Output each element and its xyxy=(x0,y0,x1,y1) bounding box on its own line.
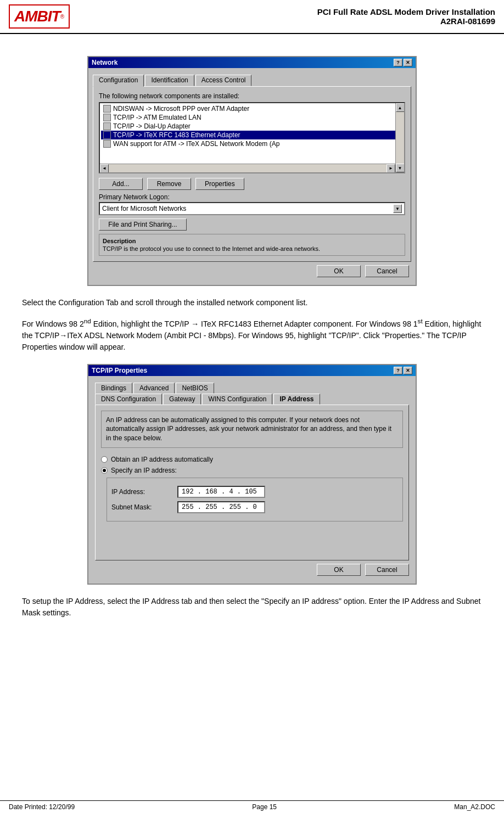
tcpip-ok-button[interactable]: OK xyxy=(317,564,361,576)
tab-identification[interactable]: Identification xyxy=(145,75,194,86)
logon-dropdown[interactable]: Client for Microsoft Networks ▼ xyxy=(99,202,405,215)
paragraph-1: Select the Configuration Tab and scroll … xyxy=(22,297,482,309)
scroll-down[interactable]: ▼ xyxy=(396,164,405,172)
tcpip-tabs-row1: Bindings Advanced NetBIOS xyxy=(93,380,411,394)
tcpip-content: An IP address can be automatically assig… xyxy=(95,405,409,560)
close-button[interactable]: ✕ xyxy=(404,59,412,66)
description-text: TCP/IP is the protocol you use to connec… xyxy=(103,245,401,252)
scroll-up[interactable]: ▲ xyxy=(396,103,405,112)
component-text: WAN support for ATM -> ITeX ADSL Network… xyxy=(113,140,279,148)
tcpip-titlebar: TCP/IP Properties ? ✕ xyxy=(88,365,416,376)
footer-page: Page 15 xyxy=(252,803,277,811)
footer-doc: Man_A2.DOC xyxy=(454,803,495,811)
paragraph-2: For Windows 98 2nd Edition, highlight th… xyxy=(22,316,482,353)
network-title: Network xyxy=(92,59,117,66)
tab-advanced[interactable]: Advanced xyxy=(133,383,175,394)
tcpip-titlebar-buttons: ? ✕ xyxy=(394,367,412,374)
logo-text: AMBIT xyxy=(14,8,60,25)
logo-area: AMBIT ® xyxy=(9,4,70,29)
network-dialog: Network ? ✕ Configuration Identification… xyxy=(87,56,417,286)
tab-access-control[interactable]: Access Control xyxy=(195,75,252,86)
component-icon xyxy=(103,122,111,130)
component-text: TCP/IP -> ITeX RFC 1483 Ethernet Adapter xyxy=(113,131,240,139)
tab-netbios[interactable]: NetBIOS xyxy=(176,383,214,394)
info-text: An IP address can be automatically assig… xyxy=(106,416,391,442)
list-item[interactable]: WAN support for ATM -> ITeX ADSL Network… xyxy=(101,139,403,148)
network-cancel-button[interactable]: Cancel xyxy=(365,265,409,277)
subnet-field[interactable]: 255 . 255 . 255 . 0 xyxy=(177,501,265,513)
tcpip-help-button[interactable]: ? xyxy=(394,367,402,374)
network-ok-button[interactable]: OK xyxy=(317,265,361,277)
tab-content: The following network components are ins… xyxy=(93,86,411,262)
component-icon xyxy=(103,105,111,113)
tcpip-dialog: TCP/IP Properties ? ✕ Bindings Advanced … xyxy=(87,364,417,585)
component-icon xyxy=(103,114,111,121)
radio-specify-label: Specify an IP address: xyxy=(111,467,177,474)
titlebar-buttons: ? ✕ xyxy=(394,59,412,66)
logon-value: Client for Microsoft Networks xyxy=(102,205,186,212)
title-line2: A2RAI-081699 xyxy=(317,16,495,26)
list-item-selected[interactable]: TCP/IP -> ITeX RFC 1483 Ethernet Adapter xyxy=(101,131,403,139)
component-icon xyxy=(103,131,111,139)
header-title: PCI Full Rate ADSL Modem Driver Installa… xyxy=(317,7,495,26)
network-list: NDISWAN -> Microsoft PPP over ATM Adapte… xyxy=(100,103,404,149)
tab-configuration[interactable]: Configuration xyxy=(93,75,144,87)
remove-button[interactable]: Remove xyxy=(147,178,191,190)
network-list-container[interactable]: NDISWAN -> Microsoft PPP over ATM Adapte… xyxy=(99,102,405,173)
tab-gateway[interactable]: Gateway xyxy=(163,394,201,405)
tcpip-close-button[interactable]: ✕ xyxy=(404,367,412,374)
vertical-scrollbar[interactable]: ▲ ▼ xyxy=(395,103,404,172)
tcpip-cancel-button[interactable]: Cancel xyxy=(365,564,409,576)
footer-date: Date Printed: 12/20/99 xyxy=(9,803,75,811)
component-buttons: Add... Remove Properties xyxy=(99,178,405,190)
ip-address-label: IP Address: xyxy=(111,488,177,496)
title-line1: PCI Full Rate ADSL Modem Driver Installa… xyxy=(317,7,495,16)
tab-bindings[interactable]: Bindings xyxy=(95,383,132,394)
scroll-h-track[interactable] xyxy=(109,164,387,172)
page-footer: Date Printed: 12/20/99 Page 15 Man_A2.DO… xyxy=(0,800,504,813)
horizontal-scrollbar[interactable]: ◄ ► xyxy=(100,164,395,172)
component-text: TCP/IP -> Dial-Up Adapter xyxy=(113,122,191,130)
file-print-row: File and Print Sharing... xyxy=(99,218,405,231)
radio-auto[interactable]: Obtain an IP address automatically xyxy=(101,456,403,463)
scroll-left[interactable]: ◄ xyxy=(100,164,109,173)
ip-address-field[interactable]: 192 . 168 . 4 . 105 xyxy=(177,486,265,498)
list-item[interactable]: NDISWAN -> Microsoft PPP over ATM Adapte… xyxy=(101,104,403,113)
scroll-right[interactable]: ► xyxy=(387,164,395,173)
radio-specify[interactable]: Specify an IP address: xyxy=(101,467,403,474)
dropdown-arrow-icon[interactable]: ▼ xyxy=(393,204,402,213)
tab-wins-configuration[interactable]: WINS Configuration xyxy=(202,394,272,405)
file-print-button[interactable]: File and Print Sharing... xyxy=(99,218,187,231)
tcpip-ok-cancel: OK Cancel xyxy=(93,560,411,579)
list-item[interactable]: TCP/IP -> Dial-Up Adapter xyxy=(101,122,403,131)
paragraph-3: To setup the IP Address, select the IP A… xyxy=(22,596,482,619)
help-button[interactable]: ? xyxy=(394,59,402,66)
ip-address-row: IP Address: 192 . 168 . 4 . 105 xyxy=(111,486,398,498)
specify-box: IP Address: 192 . 168 . 4 . 105 Subnet M… xyxy=(107,478,403,522)
network-tabs: Configuration Identification Access Cont… xyxy=(93,72,411,86)
tcpip-body: Bindings Advanced NetBIOS DNS Configurat… xyxy=(88,376,416,584)
description-box: Description TCP/IP is the protocol you u… xyxy=(99,234,405,256)
subnet-row: Subnet Mask: 255 . 255 . 255 . 0 xyxy=(111,501,398,513)
list-label: The following network components are ins… xyxy=(99,92,405,100)
add-button[interactable]: Add... xyxy=(99,178,143,190)
logo-box: AMBIT ® xyxy=(9,4,70,29)
radio-auto-button[interactable] xyxy=(101,456,108,463)
network-ok-cancel: OK Cancel xyxy=(93,262,411,281)
radio-specify-button[interactable] xyxy=(101,467,108,474)
main-content: Network ? ✕ Configuration Identification… xyxy=(0,34,504,637)
network-titlebar: Network ? ✕ xyxy=(88,57,416,68)
properties-button[interactable]: Properties xyxy=(195,178,244,190)
scroll-track[interactable] xyxy=(396,112,404,164)
info-text-box: An IP address can be automatically assig… xyxy=(101,411,403,448)
radio-filled-dot xyxy=(103,469,106,472)
component-text: NDISWAN -> Microsoft PPP over ATM Adapte… xyxy=(113,105,249,113)
component-icon xyxy=(103,140,111,148)
radio-auto-label: Obtain an IP address automatically xyxy=(111,456,213,463)
list-item[interactable]: TCP/IP -> ATM Emulated LAN xyxy=(101,113,403,122)
tcpip-title: TCP/IP Properties xyxy=(92,367,147,374)
tab-dns-configuration[interactable]: DNS Configuration xyxy=(95,394,162,405)
tab-ip-address[interactable]: IP Address xyxy=(273,394,320,405)
subnet-label: Subnet Mask: xyxy=(111,503,177,511)
description-label: Description xyxy=(103,238,401,244)
